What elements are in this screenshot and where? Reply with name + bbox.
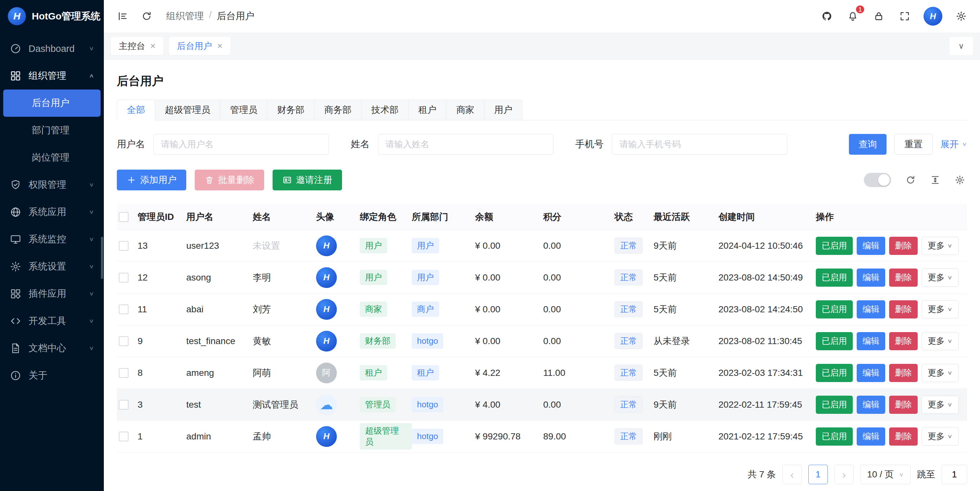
striped-toggle[interactable] bbox=[864, 173, 891, 187]
row-checkbox[interactable] bbox=[117, 305, 138, 314]
role-tab[interactable]: 商家 bbox=[447, 100, 484, 120]
app-logo[interactable]: H HotGo管理系统 bbox=[0, 0, 104, 32]
sidebar-item[interactable]: 文档中心∨ bbox=[0, 335, 104, 362]
enabled-button[interactable]: 已启用 bbox=[816, 237, 853, 255]
prev-page-button[interactable]: ‹ bbox=[783, 465, 802, 484]
next-page-button[interactable]: › bbox=[834, 465, 854, 484]
sidebar-item[interactable]: 关于 bbox=[0, 362, 104, 389]
more-button[interactable]: 更多 ∨ bbox=[921, 269, 959, 287]
more-button[interactable]: 更多 ∨ bbox=[921, 396, 959, 414]
delete-button[interactable]: 删除 bbox=[889, 396, 918, 414]
column-settings-gear-icon[interactable] bbox=[953, 173, 967, 187]
table-refresh-icon[interactable] bbox=[904, 173, 918, 187]
lock-icon[interactable] bbox=[872, 9, 886, 23]
current-page-button[interactable]: 1 bbox=[808, 465, 828, 484]
sidebar-collapse-icon[interactable] bbox=[116, 9, 130, 23]
more-button[interactable]: 更多 ∨ bbox=[921, 364, 959, 382]
close-icon[interactable]: × bbox=[150, 41, 156, 51]
row-avatar[interactable]: H bbox=[316, 267, 337, 288]
notification-bell[interactable]: 1 bbox=[846, 9, 860, 23]
edit-button[interactable]: 编辑 bbox=[857, 364, 885, 382]
sidebar-item[interactable]: 插件应用∨ bbox=[0, 280, 104, 307]
row-avatar[interactable]: H bbox=[316, 299, 337, 320]
role-tab[interactable]: 商务部 bbox=[315, 100, 361, 120]
query-button[interactable]: 查询 bbox=[849, 134, 886, 155]
sidebar-item[interactable]: 系统应用∨ bbox=[0, 199, 104, 226]
more-button[interactable]: 更多 ∨ bbox=[921, 332, 959, 350]
more-button[interactable]: 更多 ∨ bbox=[921, 237, 959, 255]
edit-button[interactable]: 编辑 bbox=[857, 396, 885, 414]
enabled-button[interactable]: 已启用 bbox=[816, 332, 853, 350]
fullscreen-icon[interactable] bbox=[897, 9, 912, 23]
page-tab[interactable]: 后台用户× bbox=[169, 37, 230, 55]
sidebar-item[interactable]: 权限管理∨ bbox=[0, 171, 104, 199]
add-user-button[interactable]: 添加用户 bbox=[117, 170, 186, 191]
filter-input[interactable] bbox=[153, 134, 329, 155]
breadcrumb-item[interactable]: 组织管理 bbox=[166, 10, 204, 23]
enabled-button[interactable]: 已启用 bbox=[816, 364, 853, 382]
sidebar-scrollbar[interactable] bbox=[101, 237, 103, 279]
page-tab[interactable]: 主控台× bbox=[111, 37, 163, 55]
filter-input[interactable] bbox=[378, 134, 553, 155]
row-checkbox[interactable] bbox=[117, 432, 138, 442]
role-tab[interactable]: 管理员 bbox=[220, 100, 267, 120]
sidebar-item[interactable]: 开发工具∨ bbox=[0, 307, 104, 335]
sidebar-item[interactable]: Dashboard∨ bbox=[0, 35, 104, 62]
delete-button[interactable]: 删除 bbox=[889, 300, 918, 318]
reset-button[interactable]: 重置 bbox=[894, 134, 932, 155]
sidebar-item[interactable]: 组织管理∧ bbox=[0, 62, 104, 89]
tabbar-chevron-down-icon[interactable]: ∨ bbox=[950, 37, 973, 55]
role-tab[interactable]: 超级管理员 bbox=[155, 100, 220, 120]
edit-button[interactable]: 编辑 bbox=[857, 300, 885, 318]
edit-button[interactable]: 编辑 bbox=[857, 332, 885, 350]
page-size-select[interactable]: 10 / 页 ∨ bbox=[860, 465, 910, 484]
jump-page-input[interactable] bbox=[942, 465, 967, 484]
delete-button[interactable]: 删除 bbox=[889, 332, 918, 350]
row-checkbox[interactable] bbox=[117, 241, 138, 251]
sidebar-subitem[interactable]: 岗位管理 bbox=[3, 144, 100, 171]
row-avatar[interactable]: H bbox=[316, 235, 337, 256]
invite-register-button[interactable]: 邀请注册 bbox=[273, 170, 342, 191]
delete-button[interactable]: 删除 bbox=[889, 427, 918, 446]
batch-delete-button[interactable]: 批量删除 bbox=[195, 170, 264, 191]
sidebar-subitem[interactable]: 后台用户 bbox=[3, 89, 100, 117]
delete-button[interactable]: 删除 bbox=[889, 269, 918, 287]
edit-button[interactable]: 编辑 bbox=[857, 237, 885, 255]
close-icon[interactable]: × bbox=[217, 41, 222, 51]
settings-gear-icon[interactable] bbox=[954, 9, 968, 23]
more-button[interactable]: 更多 ∨ bbox=[921, 300, 959, 318]
row-checkbox[interactable] bbox=[117, 336, 138, 346]
role-tab[interactable]: 全部 bbox=[117, 100, 155, 120]
edit-button[interactable]: 编辑 bbox=[857, 427, 885, 446]
sidebar-item[interactable]: 系统监控∨ bbox=[0, 226, 104, 253]
select-all-checkbox[interactable] bbox=[117, 212, 138, 222]
role-tab[interactable]: 租户 bbox=[409, 100, 447, 120]
row-checkbox[interactable] bbox=[117, 400, 138, 410]
enabled-button[interactable]: 已启用 bbox=[816, 269, 853, 287]
row-avatar[interactable]: 阿 bbox=[316, 362, 337, 383]
role-tab[interactable]: 技术部 bbox=[361, 100, 409, 120]
row-checkbox[interactable] bbox=[117, 368, 138, 378]
expand-filters-link[interactable]: 展开 ∨ bbox=[940, 138, 967, 151]
delete-button[interactable]: 删除 bbox=[889, 237, 918, 255]
row-checkbox[interactable] bbox=[117, 273, 138, 283]
sidebar-item[interactable]: 系统设置∨ bbox=[0, 253, 104, 280]
github-icon[interactable] bbox=[820, 9, 834, 23]
enabled-button[interactable]: 已启用 bbox=[816, 427, 853, 446]
enabled-button[interactable]: 已启用 bbox=[816, 396, 853, 414]
density-icon[interactable] bbox=[928, 173, 942, 187]
edit-button[interactable]: 编辑 bbox=[857, 269, 885, 287]
more-button[interactable]: 更多 ∨ bbox=[921, 427, 959, 446]
row-avatar[interactable]: H bbox=[316, 426, 337, 447]
sidebar-subitem[interactable]: 部门管理 bbox=[3, 117, 100, 144]
role-tab[interactable]: 用户 bbox=[484, 100, 522, 120]
row-avatar[interactable]: ☁ bbox=[316, 394, 337, 415]
row-avatar[interactable]: H bbox=[316, 331, 337, 351]
refresh-icon[interactable] bbox=[140, 9, 154, 23]
delete-button[interactable]: 删除 bbox=[889, 364, 918, 382]
breadcrumb-item[interactable]: 后台用户 bbox=[217, 10, 255, 23]
filter-input[interactable] bbox=[612, 134, 787, 155]
user-avatar[interactable]: H bbox=[924, 7, 942, 25]
role-tab[interactable]: 财务部 bbox=[267, 100, 315, 120]
enabled-button[interactable]: 已启用 bbox=[816, 300, 853, 318]
